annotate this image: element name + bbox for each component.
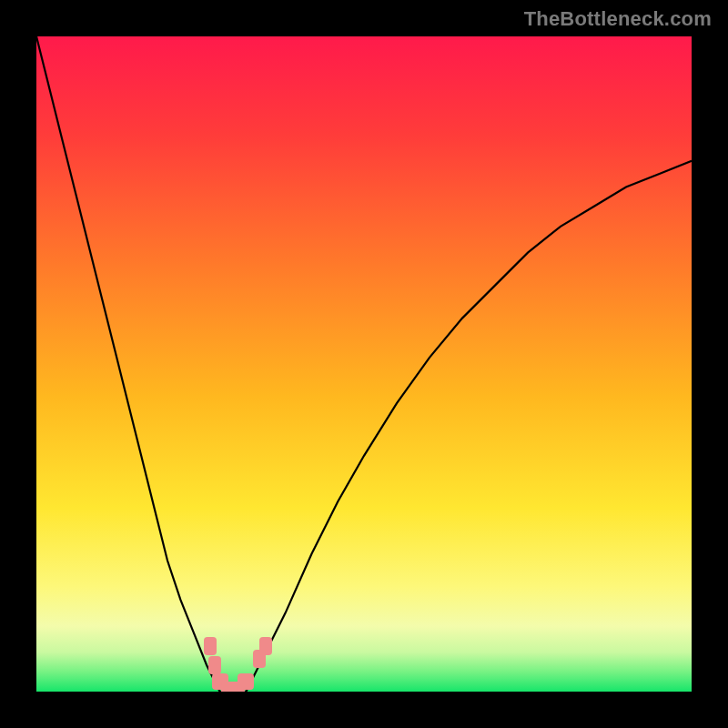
watermark-text: TheBottleneck.com bbox=[524, 7, 712, 31]
marker-dot bbox=[204, 637, 217, 655]
marker-dot bbox=[259, 637, 272, 655]
marker-dot bbox=[238, 673, 254, 690]
plot-area bbox=[36, 36, 692, 692]
chart-stage: TheBottleneck.com bbox=[0, 0, 728, 728]
optimal-zone-markers bbox=[36, 36, 692, 692]
marker-dot bbox=[208, 656, 221, 674]
